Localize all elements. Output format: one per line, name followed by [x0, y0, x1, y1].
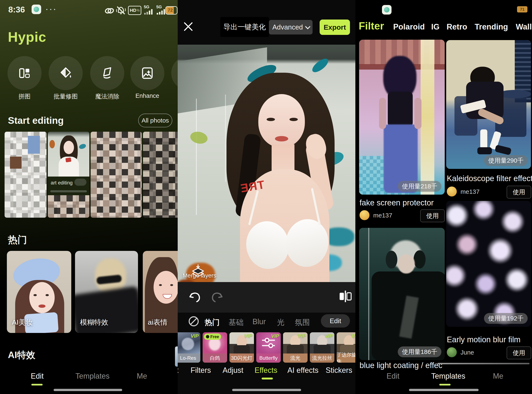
hot-card-label: 模糊特效: [80, 318, 108, 327]
photo-decor: [275, 136, 288, 141]
undo-icon[interactable]: [188, 290, 201, 304]
recent-photo-tile[interactable]: [5, 132, 47, 218]
nav-tab-templates[interactable]: Templates: [75, 372, 110, 380]
hot-card-ai-makeup[interactable]: AI美妆: [7, 251, 71, 333]
hypic-logo: Hypic: [8, 29, 46, 45]
feature-collage-button[interactable]: [7, 56, 42, 90]
effect-tab-basic[interactable]: 基础: [229, 317, 244, 327]
tab-polaroid[interactable]: Polaroid: [393, 22, 425, 31]
status-time: 8:36: [8, 5, 25, 14]
active-tab-underline: [262, 378, 273, 379]
export-beautify-pill[interactable]: 导出一键美化: [220, 17, 269, 37]
active-tab-underline: [31, 384, 43, 385]
photo-decor: [225, 94, 226, 182]
author-avatar[interactable]: [360, 210, 370, 220]
nav-tab-me[interactable]: Me: [137, 372, 147, 380]
template-card-image[interactable]: 使用量218千: [359, 40, 445, 195]
nav-tab-ai-effects[interactable]: AI effects: [287, 366, 318, 375]
paint-bucket-icon: [58, 66, 73, 80]
panel-templates: 71 Filter Polaroid IG Retro Trending Wal…: [355, 0, 532, 394]
filter-name: Butterfly: [256, 353, 281, 363]
nav-tab-effects[interactable]: Effects: [255, 366, 277, 375]
filter-name: Lo-Res: [178, 353, 200, 363]
feature-label: 批量修图: [49, 93, 83, 101]
use-button[interactable]: 使用: [507, 347, 531, 359]
feature-magic-eraser-button[interactable]: [90, 56, 124, 90]
tab-wallpaper-cut[interactable]: Wallp: [516, 22, 532, 31]
effect-tab-light[interactable]: 光: [277, 317, 285, 327]
tab-trending[interactable]: Trending: [475, 22, 508, 31]
filter-thumb-lores[interactable]: VIP Lo-Res: [178, 332, 200, 363]
filter-thumb-tyndall[interactable]: VIP 丁达尔旋焦: [337, 332, 355, 363]
author-avatar[interactable]: [447, 347, 457, 357]
tab-filter[interactable]: Filter: [359, 20, 384, 32]
use-button[interactable]: 使用: [420, 209, 445, 222]
editor-photo-canvas[interactable]: TRE Merge layers: [178, 45, 355, 282]
hd-volte-icon: HD½: [128, 6, 141, 15]
filter-thumb-liuguanglasi[interactable]: VIP 流光拉丝: [310, 332, 334, 363]
home-indicator[interactable]: [232, 389, 301, 391]
link-icon: [104, 7, 115, 15]
effect-tab-hot[interactable]: 热门: [205, 317, 220, 327]
hot-card-blur-effect[interactable]: 模糊特效: [75, 251, 138, 333]
author-name: me137: [373, 212, 392, 219]
export-button[interactable]: Export: [320, 20, 350, 35]
advanced-dropdown[interactable]: Advanced: [269, 20, 313, 35]
eraser-icon: [100, 66, 115, 80]
effect-tab-ambience[interactable]: 氛围: [295, 317, 310, 327]
home-indicator[interactable]: [409, 389, 479, 391]
author-avatar[interactable]: [447, 187, 457, 197]
nav-tab-templates[interactable]: Templates: [431, 372, 465, 380]
recent-photo-tile[interactable]: [91, 132, 142, 218]
photo-decor: [189, 130, 209, 145]
filter-thumb-liuguang[interactable]: VIP 流光: [283, 332, 308, 363]
nav-tab-filters[interactable]: Filters: [191, 366, 211, 375]
mute-bell-icon: [115, 5, 126, 15]
tab-ig[interactable]: IG: [431, 22, 439, 31]
filter-thumb-3dflash[interactable]: VIP 3D闪光灯: [229, 332, 254, 363]
collage-icon: [18, 66, 31, 80]
filter-thumb-butterfly[interactable]: VIP Butterfly: [256, 332, 281, 363]
template-title-clipped: blue light coating / effect: [360, 361, 443, 370]
photo-decor: [267, 118, 275, 121]
nav-tab-edit[interactable]: Edit: [31, 372, 44, 380]
inset-pill: [74, 179, 86, 186]
feature-enhance-button[interactable]: [130, 56, 164, 90]
close-icon[interactable]: [183, 22, 193, 31]
template-title: Early motion blur film: [447, 335, 521, 344]
nav-tab-edit[interactable]: Edit: [386, 372, 399, 380]
home-indicator[interactable]: [54, 389, 122, 391]
nav-tab-me[interactable]: Me: [493, 372, 503, 380]
ai-effects-card-sliver[interactable]: [175, 347, 178, 367]
filter-name: 白鸽: [203, 353, 227, 363]
hd-half-label: ½: [137, 9, 140, 12]
nav-tab-adjust[interactable]: Adjust: [223, 366, 243, 375]
tab-retro[interactable]: Retro: [447, 22, 467, 31]
filter-thumb-baige[interactable]: Free 白鸽: [203, 332, 227, 363]
nav-tab-stickers[interactable]: Stickers: [326, 366, 352, 375]
redo-icon[interactable]: [210, 290, 224, 304]
use-button[interactable]: 使用: [507, 186, 531, 199]
no-effect-icon[interactable]: [188, 315, 200, 327]
recent-photo-tile[interactable]: art editing: [48, 132, 89, 218]
hot-card-ai-expression[interactable]: ai表情: [143, 251, 178, 333]
template-card-image[interactable]: 使用量290千: [446, 40, 531, 169]
feature-batch-edit-button[interactable]: [49, 56, 83, 90]
merge-layers-label[interactable]: Merge layers: [183, 272, 216, 279]
template-card-image[interactable]: 使用量192千: [446, 201, 531, 327]
filter-name: 流光: [283, 353, 308, 363]
filter-name: 丁达尔旋焦: [337, 353, 355, 363]
photo-decor: [196, 99, 197, 215]
recent-photo-tile[interactable]: [143, 132, 178, 218]
template-card-image[interactable]: 使用量186千: [359, 228, 445, 360]
notification-app-icon: [382, 5, 391, 15]
all-photos-button[interactable]: All photos: [138, 114, 172, 127]
nav-tab-text-cut[interactable]: t: [178, 366, 178, 375]
feature-partial-button[interactable]: [171, 56, 178, 90]
compare-icon[interactable]: [338, 289, 353, 304]
edit-pill-button[interactable]: Edit: [321, 314, 350, 327]
battery-icon: 71: [517, 6, 527, 12]
effect-tab-blur[interactable]: Blur: [252, 317, 266, 326]
ai-effects-title: AI特效: [8, 349, 35, 361]
hot-card-label: ai表情: [148, 318, 167, 327]
